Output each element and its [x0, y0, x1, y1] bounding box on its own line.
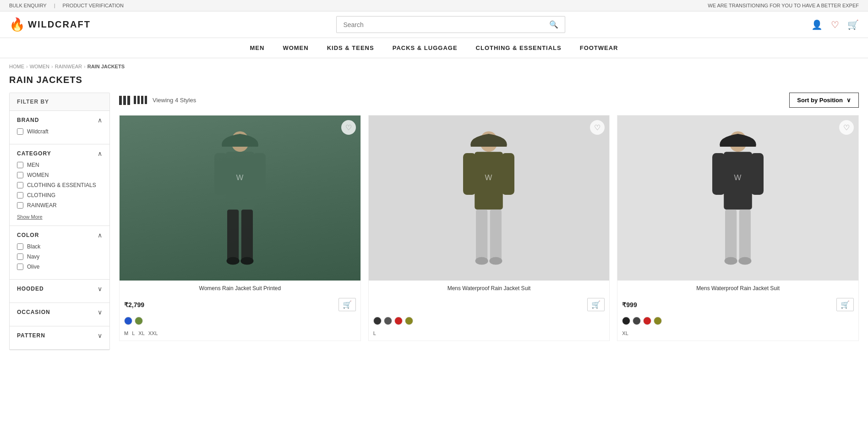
- category-women-label: WOMEN: [27, 172, 49, 178]
- color-black-label: Black: [27, 243, 40, 250]
- sort-button[interactable]: Sort by Position ∨: [789, 93, 859, 108]
- filter-option-women[interactable]: WOMEN: [17, 172, 102, 178]
- bulk-enquiry-link[interactable]: BULK ENQUIRY: [9, 3, 47, 8]
- logo[interactable]: 🔥 WILDCRAFT: [9, 17, 91, 32]
- wishlist-btn-3[interactable]: ♡: [839, 120, 854, 135]
- product-image-3: W: [617, 116, 858, 281]
- svg-rect-5: [241, 209, 253, 261]
- filter-section-category-title: CATEGORY: [17, 150, 51, 157]
- filter-option-clothing-essentials[interactable]: CLOTHING & ESSENTIALS: [17, 182, 102, 188]
- nav-packs-luggage[interactable]: PACKS & LUGGAGE: [393, 44, 458, 51]
- product-card-3[interactable]: W ♡ Mens Waterproof Rain Jacket Suit ₹99…: [617, 115, 859, 341]
- color-swatch-darkgray-3[interactable]: [633, 317, 641, 325]
- wishlist-btn-1[interactable]: ♡: [341, 120, 356, 135]
- filter-section-pattern: PATTERN ∨: [10, 326, 109, 350]
- filter-option-navy[interactable]: Navy: [17, 253, 102, 260]
- svg-rect-20: [712, 153, 725, 195]
- nav-clothing-essentials[interactable]: CLOTHING & ESSENTIALS: [476, 44, 562, 51]
- brand-wildcraft-checkbox[interactable]: [17, 128, 23, 135]
- filter-section-hooded: HOODED ∨: [10, 280, 109, 303]
- search-input[interactable]: [343, 21, 549, 28]
- category-men-label: MEN: [27, 162, 39, 168]
- product-toolbar: Viewing 4 Styles Sort by Position ∨: [119, 93, 859, 108]
- color-navy-checkbox[interactable]: [17, 253, 23, 260]
- product-card-2[interactable]: W ♡ Mens Waterproof Rain Jacket Suit 🛒: [368, 115, 610, 341]
- filter-option-rainwear[interactable]: RAINWEAR: [17, 202, 102, 209]
- brand-toggle-icon: ∧: [98, 116, 102, 124]
- header-icons: 👤 ♡ 🛒: [811, 19, 859, 30]
- filter-option-wildcraft[interactable]: Wildcraft: [17, 128, 102, 135]
- size-xl-3[interactable]: XL: [622, 330, 628, 336]
- size-l-2[interactable]: L: [373, 330, 376, 336]
- filter-section-color-header[interactable]: COLOR ∧: [17, 231, 102, 239]
- svg-rect-11: [463, 153, 476, 195]
- svg-rect-13: [476, 209, 487, 261]
- category-women-checkbox[interactable]: [17, 172, 23, 178]
- category-rainwear-label: RAINWEAR: [27, 202, 57, 209]
- product-grid: W ♡ Womens Rain Jacket Suit Printed ₹2,7…: [119, 115, 859, 341]
- product-card-1[interactable]: W ♡ Womens Rain Jacket Suit Printed ₹2,7…: [119, 115, 361, 341]
- nav-footwear[interactable]: FOOTWEAR: [580, 44, 618, 51]
- header: 🔥 WILDCRAFT 🔍 👤 ♡ 🛒: [0, 11, 868, 38]
- cart-icon[interactable]: 🛒: [847, 19, 859, 30]
- category-clothing-checkbox[interactable]: [17, 192, 23, 198]
- size-xxl-1[interactable]: XXL: [148, 330, 158, 336]
- color-swatch-olive-3[interactable]: [654, 317, 662, 325]
- color-swatch-darkgray-2[interactable]: [384, 317, 392, 325]
- color-swatch-olive-1[interactable]: [135, 317, 143, 325]
- filter-section-category: CATEGORY ∧ MEN WOMEN CLOTHING & ESSENTIA…: [10, 144, 109, 226]
- size-m-1[interactable]: M: [124, 330, 128, 336]
- color-swatch-olive-2[interactable]: [405, 317, 413, 325]
- add-to-cart-btn-3[interactable]: 🛒: [836, 298, 854, 311]
- color-swatch-black-3[interactable]: [622, 317, 630, 325]
- four-column-view-icon[interactable]: [134, 96, 147, 105]
- three-column-view-icon[interactable]: [119, 96, 130, 105]
- size-xl-1[interactable]: XL: [138, 330, 144, 336]
- category-clothing-essentials-checkbox[interactable]: [17, 182, 23, 188]
- color-olive-checkbox[interactable]: [17, 264, 23, 270]
- product-name-3: Mens Waterproof Rain Jacket Suit: [622, 285, 854, 292]
- color-swatch-blue-1[interactable]: [124, 317, 132, 325]
- show-more-category[interactable]: Show More: [17, 214, 43, 220]
- svg-point-7: [240, 257, 253, 265]
- svg-rect-14: [490, 209, 502, 261]
- color-olive-label: Olive: [27, 264, 39, 270]
- breadcrumb-home[interactable]: HOME: [9, 64, 24, 69]
- product-verification-link[interactable]: PRODUCT VERIFICATION: [63, 3, 124, 8]
- user-icon[interactable]: 👤: [811, 19, 823, 30]
- filter-section-pattern-header[interactable]: PATTERN ∨: [17, 332, 102, 339]
- color-black-checkbox[interactable]: [17, 243, 23, 250]
- size-l-1[interactable]: L: [132, 330, 135, 336]
- color-swatch-red-2[interactable]: [394, 317, 403, 325]
- filter-section-hooded-header[interactable]: HOODED ∨: [17, 285, 102, 292]
- category-rainwear-checkbox[interactable]: [17, 202, 23, 209]
- breadcrumb-rainwear[interactable]: RAINWEAR: [55, 64, 82, 69]
- filter-section-brand-header[interactable]: BRAND ∧: [17, 116, 102, 124]
- add-to-cart-btn-1[interactable]: 🛒: [338, 298, 356, 311]
- page-title: RAIN JACKETS: [0, 75, 868, 93]
- top-bar: BULK ENQUIRY | PRODUCT VERIFICATION WE A…: [0, 0, 868, 11]
- color-toggle-icon: ∧: [98, 231, 102, 239]
- wishlist-icon[interactable]: ♡: [831, 19, 839, 30]
- product-sizes-2: L: [369, 329, 610, 341]
- category-men-checkbox[interactable]: [17, 162, 23, 168]
- nav-men[interactable]: MEN: [250, 44, 264, 51]
- filter-section-category-header[interactable]: CATEGORY ∧: [17, 150, 102, 157]
- filter-section-brand: BRAND ∧ Wildcraft: [10, 111, 109, 144]
- product-price-3: ₹999: [622, 301, 637, 308]
- filter-option-clothing[interactable]: CLOTHING: [17, 192, 102, 198]
- nav-kids-teens[interactable]: KIDS & TEENS: [327, 44, 374, 51]
- color-swatch-black-2[interactable]: [373, 317, 382, 325]
- breadcrumb-women[interactable]: WOMEN: [30, 64, 49, 69]
- nav-women[interactable]: WOMEN: [283, 44, 308, 51]
- product-name-1: Womens Rain Jacket Suit Printed: [124, 285, 356, 292]
- color-swatch-red-3[interactable]: [643, 317, 651, 325]
- filter-option-black[interactable]: Black: [17, 243, 102, 250]
- search-icon[interactable]: 🔍: [549, 20, 558, 29]
- filter-option-men[interactable]: MEN: [17, 162, 102, 168]
- hooded-toggle-icon: ∨: [98, 285, 102, 292]
- filter-section-occasion-header[interactable]: OCCASION ∨: [17, 308, 102, 316]
- svg-rect-21: [751, 153, 764, 195]
- filter-option-olive[interactable]: Olive: [17, 264, 102, 270]
- add-to-cart-btn-2[interactable]: 🛒: [587, 298, 605, 311]
